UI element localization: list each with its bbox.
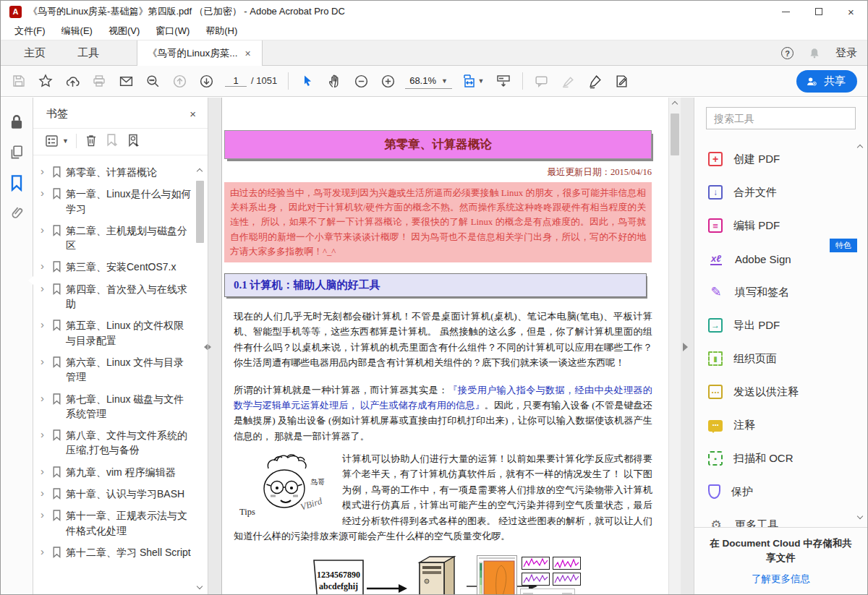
tab-close-icon[interactable]: × xyxy=(245,48,251,59)
bookmark-item[interactable]: › 第十章、认识与学习BASH xyxy=(41,483,192,505)
bookmark-item[interactable]: › 第十二章、学习 Shell Script xyxy=(41,542,192,563)
tool-item[interactable]: Adobe Sign 特色 xyxy=(694,242,867,275)
bookmark-icon xyxy=(52,356,61,368)
search-button[interactable] xyxy=(142,70,163,92)
bookmarks-options-button[interactable]: ▼ xyxy=(45,134,69,147)
document-scrollbar[interactable] xyxy=(668,98,681,594)
attachments-paperclip-icon[interactable] xyxy=(5,202,28,226)
bookmark-item[interactable]: › 第八章、文件与文件系统的压缩,打包与备份 xyxy=(41,424,192,461)
print-button[interactable] xyxy=(88,70,110,92)
save-button[interactable] xyxy=(8,70,30,92)
expand-current-bookmark-icon[interactable] xyxy=(127,133,141,148)
close-button[interactable]: × xyxy=(835,1,867,22)
bookmarks-scrollbar[interactable] xyxy=(195,169,205,590)
bookmark-item[interactable]: › 第十一章、正规表示法与文件格式化处理 xyxy=(41,505,192,542)
chevron-right-icon[interactable]: › xyxy=(41,260,48,273)
scrollbar-thumb[interactable] xyxy=(671,114,679,155)
bookmark-item[interactable]: › 第七章、Linux 磁盘与文件系统管理 xyxy=(41,388,192,425)
tool-item[interactable]: 发送以供注释 xyxy=(694,375,867,408)
minimize-button[interactable] xyxy=(770,1,802,22)
zoom-out-button[interactable] xyxy=(350,70,372,92)
chevron-right-icon[interactable]: › xyxy=(41,187,48,200)
tool-item[interactable]: 保护 xyxy=(694,475,867,508)
maximize-button[interactable] xyxy=(802,1,835,22)
tool-item-label: Adobe Sign xyxy=(735,253,791,265)
menu-item[interactable]: 视图(V) xyxy=(101,22,148,40)
chevron-right-icon[interactable]: › xyxy=(41,465,48,478)
reading-mode-button[interactable] xyxy=(493,70,514,92)
security-lock-icon[interactable] xyxy=(9,114,25,131)
scrollbar-thumb[interactable] xyxy=(196,181,204,243)
svg-text:………: ……… xyxy=(328,593,349,594)
scroll-down-icon[interactable] xyxy=(858,514,862,518)
select-tool-button[interactable] xyxy=(297,70,318,92)
bookmark-item[interactable]: › 第四章、首次登入与在线求助 xyxy=(41,278,192,315)
chevron-right-icon[interactable]: › xyxy=(41,545,48,558)
tool-item[interactable]: 扫描和 OCR xyxy=(694,442,867,475)
next-page-button[interactable] xyxy=(195,70,217,92)
chevron-right-icon[interactable]: › xyxy=(41,165,48,178)
chevron-right-icon[interactable]: › xyxy=(41,392,48,405)
learn-more-link[interactable]: 了解更多信息 xyxy=(707,573,854,586)
chevron-right-icon[interactable]: › xyxy=(41,223,48,236)
bookmark-item[interactable]: › 第六章、Linux 文件与目录管理 xyxy=(41,351,192,388)
scroll-down-icon[interactable] xyxy=(197,584,203,590)
chevron-right-icon[interactable]: › xyxy=(41,282,48,295)
fit-width-button[interactable]: ▼ xyxy=(459,70,488,92)
collapse-right-panel-arrow[interactable] xyxy=(683,343,692,351)
tool-item[interactable]: 注释 xyxy=(694,408,867,442)
highlight-tool-button[interactable] xyxy=(558,70,579,92)
bookmark-item[interactable]: › 第零章、计算器概论 xyxy=(41,161,192,183)
tool-item[interactable]: 填写和签名 xyxy=(694,275,867,309)
sign-tool-button[interactable] xyxy=(584,70,606,92)
notifications-bell-icon[interactable] xyxy=(808,47,821,60)
zoom-level-control[interactable]: 68.1% ▼ xyxy=(405,73,452,89)
tool-item[interactable]: 合并文件 xyxy=(694,176,867,209)
tab-document[interactable]: 《鸟哥的Linux房菜... × xyxy=(137,40,263,66)
hand-tool-button[interactable] xyxy=(323,70,345,92)
bookmark-item[interactable]: › 第二章、主机规划与磁盘分区 xyxy=(41,220,192,257)
new-bookmark-icon[interactable] xyxy=(106,133,119,148)
menu-item[interactable]: 窗口(W) xyxy=(148,22,197,40)
scroll-up-icon[interactable] xyxy=(673,102,677,106)
bookmark-item[interactable]: › 第一章、Linux是什么与如何学习 xyxy=(41,183,192,220)
chevron-right-icon[interactable]: › xyxy=(41,487,48,500)
chevron-right-icon[interactable]: › xyxy=(41,355,48,368)
chevron-right-icon[interactable]: › xyxy=(41,318,48,331)
tab-tools[interactable]: 工具 xyxy=(61,40,115,65)
chevron-down-icon: ▼ xyxy=(477,77,484,85)
send-sign-document-button[interactable] xyxy=(611,70,633,92)
tool-item[interactable]: 编辑 PDF xyxy=(694,209,867,242)
collapse-left-panel-arrow[interactable] xyxy=(208,343,216,351)
tool-item[interactable]: 导出 PDF xyxy=(694,309,867,342)
bookmark-item[interactable]: › 第九章、vim 程序编辑器 xyxy=(41,461,192,483)
tab-home[interactable]: 主页 xyxy=(8,40,61,65)
chevron-right-icon[interactable]: › xyxy=(41,428,48,441)
menu-item[interactable]: 帮助(H) xyxy=(197,22,245,40)
bookmark-item[interactable]: › 第三章、安装CentOS7.x xyxy=(41,256,192,278)
scroll-up-icon[interactable] xyxy=(858,145,862,150)
help-icon[interactable]: ? xyxy=(781,47,793,59)
bookmark-item[interactable]: › 第五章、Linux 的文件权限与目录配置 xyxy=(41,314,192,351)
previous-page-button[interactable] xyxy=(169,70,190,92)
delete-bookmark-trash-icon[interactable] xyxy=(84,133,98,148)
tool-item[interactable]: 创建 PDF xyxy=(694,142,867,176)
star-favorites-button[interactable] xyxy=(35,70,56,92)
scroll-up-icon[interactable] xyxy=(197,169,203,175)
collapse-left-panel-handle[interactable] xyxy=(200,343,208,351)
comment-tool-button[interactable] xyxy=(531,70,553,92)
page-number-input[interactable] xyxy=(225,75,247,87)
page-thumbnails-icon[interactable] xyxy=(9,144,25,161)
bookmarks-close-icon[interactable]: × xyxy=(190,108,196,120)
sign-in-button[interactable]: 登录 xyxy=(835,46,857,60)
tool-item[interactable]: 组织页面 xyxy=(694,342,867,375)
zoom-in-button[interactable] xyxy=(377,70,399,92)
chevron-right-icon[interactable]: › xyxy=(41,508,48,521)
share-button[interactable]: 共享 xyxy=(796,70,857,93)
email-button[interactable] xyxy=(115,70,137,92)
search-tools-input[interactable] xyxy=(706,107,856,129)
cloud-upload-button[interactable] xyxy=(61,70,83,92)
bookmarks-panel-icon[interactable] xyxy=(9,174,24,192)
menu-item[interactable]: 文件(F) xyxy=(7,22,54,40)
menu-item[interactable]: 编辑(E) xyxy=(54,22,101,40)
